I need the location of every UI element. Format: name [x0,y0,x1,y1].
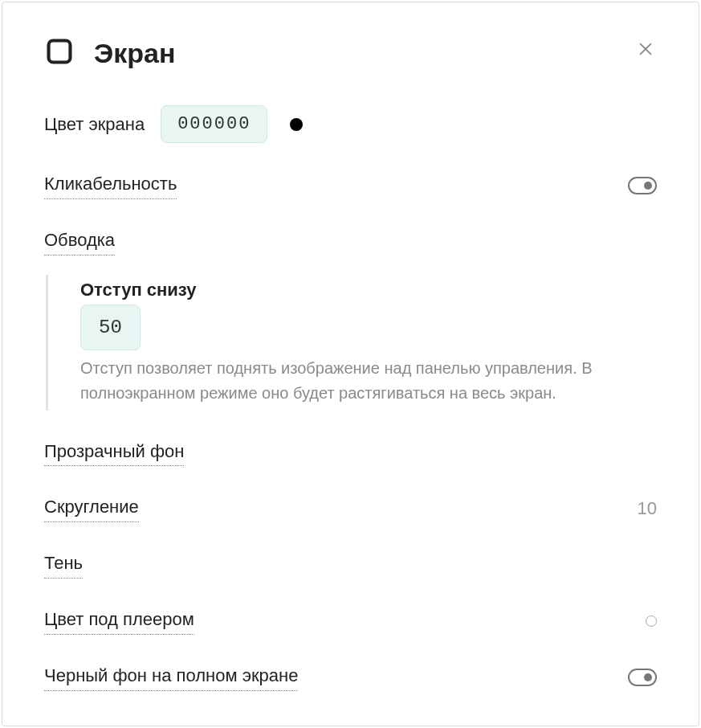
shadow-label[interactable]: Тень [44,551,83,579]
clickability-toggle[interactable] [628,177,657,194]
outline-label[interactable]: Обводка [44,228,115,256]
black-fullscreen-row: Черный фон на полном экране [44,664,657,691]
clickability-row: Кликабельность [44,172,657,199]
color-under-player-row: Цвет под плеером [44,607,657,635]
rounding-row: Скругление 10 [44,495,657,522]
rounding-value: 10 [638,498,657,519]
black-fullscreen-label[interactable]: Черный фон на полном экране [44,664,298,691]
transparent-bg-label[interactable]: Прозрачный фон [44,440,184,467]
screen-icon [44,36,75,70]
screen-color-input[interactable]: 000000 [161,105,267,143]
bottom-offset-input[interactable]: 50 [80,305,141,350]
panel-title: Экран [94,38,175,69]
bottom-offset-title: Отступ снизу [80,280,657,301]
svg-rect-0 [49,41,71,63]
transparent-bg-row: Прозрачный фон [44,440,657,467]
close-icon [637,40,654,58]
bottom-offset-help: Отступ позволяет поднять изображение над… [80,356,642,406]
black-fullscreen-toggle[interactable] [628,669,657,686]
color-under-player-label[interactable]: Цвет под плеером [44,607,194,635]
bottom-offset-block: Отступ снизу 50 Отступ позволяет поднять… [46,275,657,411]
screen-color-row: Цвет экрана 000000 [44,105,657,143]
panel-header: Экран [44,36,657,70]
screen-settings-panel: Экран Цвет экрана 000000 Кликабельность … [2,2,699,726]
outline-row: Обводка [44,228,657,256]
clickability-label[interactable]: Кликабельность [44,172,177,199]
rounding-label[interactable]: Скругление [44,495,139,522]
close-button[interactable] [634,38,657,60]
shadow-row: Тень [44,551,657,579]
screen-color-label: Цвет экрана [44,114,145,135]
screen-color-swatch[interactable] [290,118,303,131]
color-under-player-swatch[interactable] [646,616,657,627]
